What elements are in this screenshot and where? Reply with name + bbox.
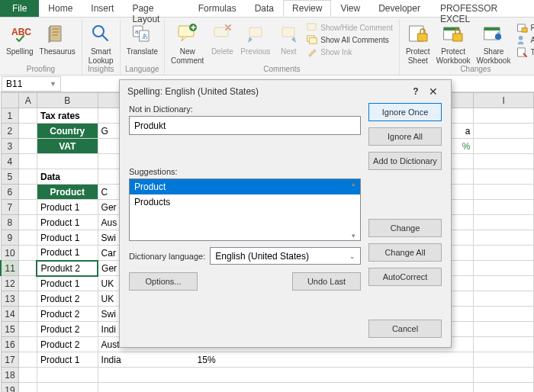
allow-users-button[interactable]: Allo xyxy=(513,34,534,46)
cell[interactable] xyxy=(98,383,474,393)
show-all-comments-button[interactable]: Show All Comments xyxy=(304,34,395,46)
cell[interactable] xyxy=(474,185,534,200)
col-header-a[interactable]: A xyxy=(19,93,37,108)
thesaurus-button[interactable]: Thesaurus xyxy=(37,21,79,56)
row-header[interactable]: 19 xyxy=(1,383,19,393)
cell[interactable] xyxy=(474,139,534,154)
row-header[interactable]: 16 xyxy=(1,337,19,352)
track-changes-button[interactable]: Trac xyxy=(513,47,534,58)
cell[interactable] xyxy=(19,261,37,276)
smart-lookup-button[interactable]: Smart Lookup xyxy=(85,21,117,65)
cell[interactable] xyxy=(19,246,37,261)
tab-data[interactable]: Data xyxy=(246,0,283,17)
cell[interactable] xyxy=(19,215,37,230)
cell[interactable]: Country xyxy=(37,124,98,139)
autocorrect-button[interactable]: AutoCorrect xyxy=(368,268,442,286)
cell[interactable] xyxy=(19,230,37,246)
cell[interactable] xyxy=(19,352,37,368)
suggestion-item[interactable]: Products xyxy=(130,194,360,210)
row-header[interactable]: 5 xyxy=(1,169,19,185)
cell[interactable]: India15% xyxy=(98,352,474,368)
cell[interactable] xyxy=(474,383,534,393)
share-workbook-button[interactable]: Share Workbook xyxy=(474,21,514,65)
cell[interactable] xyxy=(98,368,474,383)
help-button[interactable]: ? xyxy=(408,86,423,97)
cell[interactable] xyxy=(19,154,37,169)
tab-file[interactable]: File xyxy=(0,0,39,17)
tab-review[interactable]: Review xyxy=(283,0,331,17)
cell[interactable] xyxy=(19,124,37,139)
tab-view[interactable]: View xyxy=(331,0,369,17)
cell[interactable] xyxy=(474,352,534,368)
row-header[interactable]: 8 xyxy=(1,215,19,230)
cell[interactable] xyxy=(474,368,534,383)
row-header[interactable]: 11 xyxy=(1,261,19,276)
row-header[interactable]: 9 xyxy=(1,230,19,246)
cell[interactable]: Product 2 xyxy=(37,291,98,307)
undo-last-button[interactable]: Undo Last xyxy=(292,272,361,291)
cell[interactable] xyxy=(474,215,534,230)
suggestions-list[interactable]: Product Products ▴▾ xyxy=(129,178,361,241)
cell[interactable] xyxy=(19,383,37,393)
cell[interactable]: VAT xyxy=(37,139,98,154)
cell[interactable] xyxy=(19,169,37,185)
ignore-once-button[interactable]: Ignore Once xyxy=(368,103,442,121)
cell[interactable] xyxy=(37,368,98,383)
row-header[interactable]: 12 xyxy=(1,276,19,291)
dictionary-language-select[interactable]: English (United States)⌄ xyxy=(210,247,361,265)
misspelled-word-input[interactable] xyxy=(129,116,361,135)
tab-professor-excel[interactable]: PROFESSOR EXCEL xyxy=(429,0,534,17)
cell[interactable]: Product 2 xyxy=(37,307,98,322)
dialog-titlebar[interactable]: Spelling: English (United States) ? ✕ xyxy=(120,80,451,103)
cell[interactable]: Product 2 xyxy=(37,322,98,337)
cell[interactable] xyxy=(474,154,534,169)
cell[interactable]: Product 1 xyxy=(37,246,98,261)
cell[interactable] xyxy=(19,307,37,322)
spelling-button[interactable]: ABC Spelling xyxy=(3,21,37,56)
cell[interactable] xyxy=(474,291,534,307)
tab-page-layout[interactable]: Page Layout xyxy=(123,0,188,17)
row-header[interactable]: 18 xyxy=(1,368,19,383)
change-button[interactable]: Change xyxy=(368,219,442,237)
row-header[interactable]: 3 xyxy=(1,139,19,154)
row-header[interactable]: 6 xyxy=(1,185,19,200)
cancel-button[interactable]: Cancel xyxy=(368,320,442,338)
tab-formulas[interactable]: Formulas xyxy=(189,0,246,17)
cell[interactable] xyxy=(19,322,37,337)
ignore-all-button[interactable]: Ignore All xyxy=(368,127,442,146)
cell[interactable] xyxy=(19,139,37,154)
new-comment-button[interactable]: ✚ New Comment xyxy=(168,21,207,65)
row-header[interactable]: 2 xyxy=(1,124,19,139)
cell[interactable] xyxy=(19,368,37,383)
protect-sheet-button[interactable]: Protect Sheet xyxy=(403,21,433,65)
cell[interactable] xyxy=(474,246,534,261)
cell[interactable]: Product 1 xyxy=(37,200,98,215)
tab-insert[interactable]: Insert xyxy=(82,0,123,17)
cell[interactable] xyxy=(474,261,534,276)
cell[interactable]: Tax rates xyxy=(37,108,98,124)
col-header-b[interactable]: B xyxy=(37,93,98,108)
cell[interactable] xyxy=(474,230,534,246)
row-header[interactable]: 15 xyxy=(1,322,19,337)
row-header[interactable]: 13 xyxy=(1,291,19,307)
row-header[interactable]: 1 xyxy=(1,108,19,124)
col-header-i[interactable]: I xyxy=(474,93,534,108)
options-button[interactable]: Options... xyxy=(129,272,198,291)
protect-share-button[interactable]: Prot xyxy=(513,22,534,34)
cell[interactable] xyxy=(474,124,534,139)
cell[interactable] xyxy=(19,108,37,124)
row-header[interactable]: 7 xyxy=(1,200,19,215)
cell[interactable]: Product 1 xyxy=(37,352,98,368)
suggestion-item[interactable]: Product xyxy=(130,179,360,194)
cell[interactable] xyxy=(19,291,37,307)
add-to-dictionary-button[interactable]: Add to Dictionary xyxy=(368,152,442,170)
cell[interactable] xyxy=(19,337,37,352)
cell[interactable]: Product 2 xyxy=(37,337,98,352)
close-button[interactable]: ✕ xyxy=(423,85,443,98)
cell[interactable] xyxy=(474,108,534,124)
cell[interactable] xyxy=(37,154,98,169)
translate-button[interactable]: aあ Translate xyxy=(124,21,161,56)
cell[interactable] xyxy=(19,276,37,291)
cell[interactable] xyxy=(474,276,534,291)
row-header[interactable]: 10 xyxy=(1,246,19,261)
